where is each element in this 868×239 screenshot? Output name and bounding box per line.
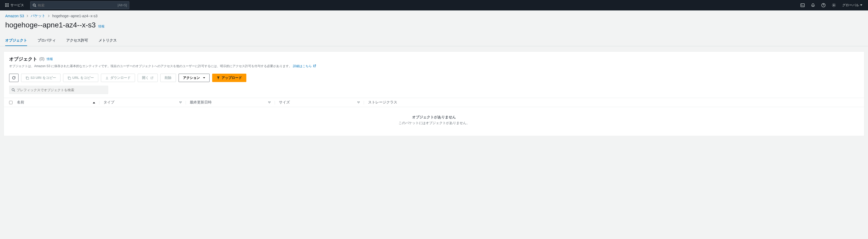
- help-button[interactable]: [819, 1, 828, 10]
- col-modified[interactable]: 最終更新日時: [190, 100, 271, 105]
- tabs: オブジェクト プロパティ アクセス許可 メトリクス: [0, 35, 868, 46]
- chevron-right-icon: [27, 15, 28, 17]
- breadcrumb-root[interactable]: Amazon S3: [5, 14, 24, 18]
- delete-label: 削除: [165, 76, 172, 80]
- svg-rect-5: [8, 5, 9, 5]
- copy-s3-uri-button[interactable]: S3 URI をコピー: [21, 74, 60, 82]
- col-separator: |: [185, 100, 186, 105]
- prefix-filter-input[interactable]: [17, 88, 106, 92]
- tab-metrics[interactable]: メトリクス: [98, 35, 117, 46]
- svg-rect-1: [6, 3, 7, 4]
- sort-icon: [179, 101, 182, 104]
- svg-line-10: [35, 6, 36, 7]
- upload-label: アップロード: [222, 76, 242, 80]
- svg-rect-6: [5, 6, 6, 7]
- filter-row: [4, 85, 864, 98]
- tab-objects[interactable]: オブジェクト: [5, 35, 27, 46]
- svg-point-13: [833, 5, 834, 6]
- sort-asc-icon: [93, 101, 95, 104]
- col-storage-class[interactable]: ストレージクラス: [368, 100, 859, 105]
- sort-icon: [268, 101, 271, 104]
- panel-title: オブジェクト: [9, 56, 37, 62]
- col-storage-class-label: ストレージクラス: [368, 100, 397, 105]
- col-separator: |: [274, 100, 275, 105]
- actions-dropdown[interactable]: アクション: [179, 74, 210, 82]
- svg-rect-0: [5, 3, 6, 4]
- panel-count: (0): [39, 57, 44, 61]
- upload-icon: [217, 76, 220, 80]
- select-all-checkbox[interactable]: [9, 101, 12, 104]
- nav-left: サービス [Alt+S]: [3, 1, 129, 9]
- nav-right: グローバル: [798, 1, 865, 10]
- upload-button[interactable]: アップロード: [212, 74, 246, 82]
- panel-title-row: オブジェクト (0) 情報: [9, 56, 859, 62]
- panel-header: オブジェクト (0) 情報 オブジェクトは、Amazon S3 に保存された基本…: [4, 52, 864, 71]
- search-shortcut-hint: [Alt+S]: [118, 3, 127, 7]
- copy-s3-uri-label: S3 URI をコピー: [31, 76, 56, 80]
- global-nav: サービス [Alt+S] グローバル: [0, 0, 868, 10]
- chevron-right-icon: [48, 15, 50, 17]
- empty-state: オブジェクトがありません このバケットにはオブジェクトがありません。: [4, 107, 864, 136]
- action-buttons: S3 URI をコピー URL をコピー ダウンロード 開く 削除 アクション: [4, 71, 864, 85]
- services-label: サービス: [10, 3, 24, 7]
- copy-url-label: URL をコピー: [72, 76, 94, 80]
- panel-info-link[interactable]: 情報: [46, 57, 53, 61]
- delete-button[interactable]: 削除: [160, 74, 176, 82]
- col-separator: |: [363, 100, 364, 105]
- copy-url-button[interactable]: URL をコピー: [63, 74, 98, 82]
- breadcrumb: Amazon S3 バケット hogehoge--apne1-az4--x-s3: [0, 10, 868, 21]
- region-selector[interactable]: グローバル: [840, 3, 865, 7]
- grid-icon: [5, 3, 9, 7]
- panel-desc-text: オブジェクトは、Amazon S3 に保存された基本的なエンティティです。現在の…: [9, 64, 292, 68]
- svg-point-16: [12, 88, 14, 91]
- services-menu-button[interactable]: サービス: [3, 2, 26, 9]
- table-header: 名前 | タイプ | 最終更新日時 | サイズ | スト: [4, 98, 864, 107]
- empty-title: オブジェクトがありません: [4, 115, 864, 120]
- search-icon: [33, 3, 36, 7]
- col-name[interactable]: 名前: [17, 100, 95, 105]
- empty-subtitle: このバケットにはオブジェクトがありません。: [4, 121, 864, 125]
- actions-label: アクション: [183, 76, 200, 80]
- svg-rect-15: [68, 77, 70, 79]
- svg-rect-14: [27, 77, 29, 79]
- prefix-filter[interactable]: [9, 86, 108, 94]
- learn-more-link[interactable]: 詳細はこちら: [293, 64, 316, 68]
- page-info-link[interactable]: 情報: [98, 24, 104, 29]
- col-size-label: サイズ: [279, 100, 290, 105]
- svg-rect-2: [8, 3, 9, 4]
- chevron-down-icon: [860, 4, 862, 6]
- col-type[interactable]: タイプ: [103, 100, 182, 105]
- page-header: hogehoge--apne1-az4--x-s3 情報: [0, 21, 868, 31]
- refresh-icon: [12, 76, 16, 80]
- global-search-input[interactable]: [38, 3, 118, 7]
- copy-icon: [26, 76, 29, 80]
- refresh-button[interactable]: [9, 74, 19, 82]
- col-modified-label: 最終更新日時: [190, 100, 212, 105]
- region-label: グローバル: [842, 3, 859, 7]
- cloudshell-button[interactable]: [798, 1, 807, 10]
- notifications-button[interactable]: [808, 1, 818, 10]
- open-button[interactable]: 開く: [137, 74, 158, 82]
- global-search[interactable]: [Alt+S]: [30, 1, 129, 9]
- download-icon: [105, 76, 109, 80]
- svg-rect-4: [6, 5, 7, 5]
- svg-line-17: [14, 90, 15, 92]
- objects-panel: オブジェクト (0) 情報 オブジェクトは、Amazon S3 に保存された基本…: [4, 51, 864, 136]
- svg-rect-7: [6, 6, 7, 7]
- col-size[interactable]: サイズ: [279, 100, 360, 105]
- search-icon: [11, 88, 15, 92]
- svg-point-9: [33, 4, 35, 6]
- breadcrumb-buckets[interactable]: バケット: [31, 14, 45, 18]
- settings-button[interactable]: [829, 1, 839, 10]
- svg-rect-8: [8, 6, 9, 7]
- tab-properties[interactable]: プロパティ: [37, 35, 56, 46]
- svg-rect-3: [5, 5, 6, 5]
- panel-description: オブジェクトは、Amazon S3 に保存された基本的なエンティティです。現在の…: [9, 64, 859, 69]
- external-link-icon: [312, 64, 316, 68]
- breadcrumb-current: hogehoge--apne1-az4--x-s3: [52, 14, 97, 18]
- tab-permissions[interactable]: アクセス許可: [66, 35, 88, 46]
- select-all-cell: [9, 101, 17, 104]
- col-name-label: 名前: [17, 100, 24, 105]
- download-button[interactable]: ダウンロード: [101, 74, 135, 82]
- external-link-icon: [150, 77, 153, 79]
